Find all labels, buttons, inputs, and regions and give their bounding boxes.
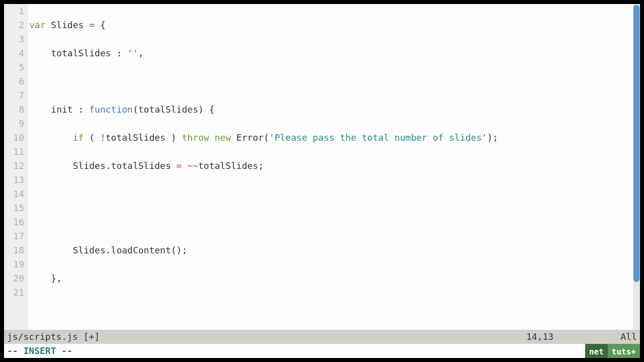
line-number: 19 xyxy=(6,257,24,272)
line-number-gutter: 1 2 3 4 5 6 7 8 9 10 11 12 13 14 15 16 1… xyxy=(4,4,28,330)
status-cursor-position: 14,13 xyxy=(526,330,607,344)
code-line[interactable]: var Slides = { xyxy=(29,18,640,32)
code-line[interactable] xyxy=(29,215,640,229)
mode-line: -- INSERT -- net tuts+ xyxy=(4,344,640,358)
code-line[interactable]: Slides.totalSlides = ~~totalSlides; xyxy=(29,159,640,173)
line-number: 16 xyxy=(6,215,24,229)
line-number: 13 xyxy=(6,173,24,187)
status-bar: js/scripts.js [+] 14,13 All xyxy=(4,330,640,344)
code-line[interactable] xyxy=(29,74,640,88)
code-line[interactable]: init : function(totalSlides) { xyxy=(29,103,640,117)
line-number: 20 xyxy=(6,272,24,286)
line-number: 5 xyxy=(6,60,24,74)
line-number: 12 xyxy=(6,159,24,173)
line-number: 11 xyxy=(6,145,24,159)
status-scroll-indicator: All xyxy=(607,330,637,344)
watermark-logo: net tuts+ xyxy=(585,344,640,358)
line-number: 1 xyxy=(6,4,24,18)
line-number: 9 xyxy=(6,117,24,131)
line-number: 2 xyxy=(6,18,24,32)
code-line[interactable]: totalSlides : '', xyxy=(29,46,640,60)
status-filename: js/scripts.js [+] xyxy=(7,330,526,344)
line-number: 6 xyxy=(6,74,24,88)
code-line[interactable]: loadContent : function() { xyxy=(29,328,640,330)
code-line[interactable]: if ( !totalSlides ) throw new Error('Ple… xyxy=(29,131,640,145)
code-content[interactable]: var Slides = { totalSlides : '', init : … xyxy=(28,4,640,330)
line-number: 7 xyxy=(6,88,24,103)
line-number: 18 xyxy=(6,243,24,257)
logo-right: tuts+ xyxy=(608,344,640,358)
code-line[interactable]: Slides.loadContent(); xyxy=(29,243,640,257)
line-number: 8 xyxy=(6,103,24,117)
line-number: 14 xyxy=(6,187,24,201)
vertical-scrollbar[interactable] xyxy=(633,4,640,330)
editor-window: 1 2 3 4 5 6 7 8 9 10 11 12 13 14 15 16 1… xyxy=(4,4,640,358)
line-number: 3 xyxy=(6,32,24,46)
line-number: 4 xyxy=(6,46,24,60)
code-line[interactable]: }, xyxy=(29,272,640,286)
line-number: 21 xyxy=(6,286,24,300)
code-area[interactable]: 1 2 3 4 5 6 7 8 9 10 11 12 13 14 15 16 1… xyxy=(4,4,640,330)
vim-mode-indicator: -- INSERT -- xyxy=(7,345,72,356)
line-number: 15 xyxy=(6,201,24,215)
code-line[interactable] xyxy=(29,187,640,201)
scrollbar-thumb[interactable] xyxy=(633,5,639,282)
line-number: 17 xyxy=(6,229,24,243)
logo-left: net xyxy=(585,344,608,358)
code-line[interactable] xyxy=(29,300,640,314)
line-number: 10 xyxy=(6,131,24,145)
